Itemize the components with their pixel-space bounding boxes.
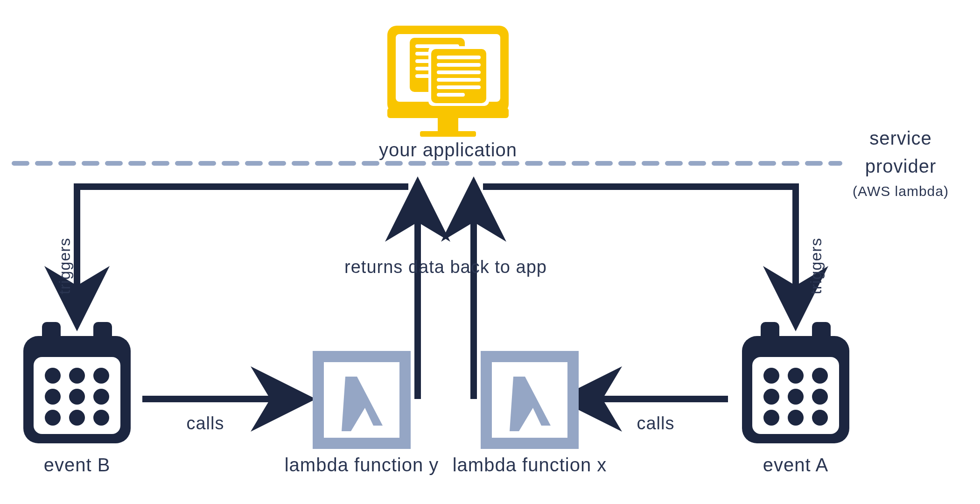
lambda-x-icon [481, 351, 579, 449]
svg-rect-15 [437, 70, 481, 74]
trigger-b-label: triggers [56, 238, 73, 294]
svg-point-39 [763, 389, 779, 405]
lambda-y-icon [313, 351, 411, 449]
svg-rect-13 [437, 56, 481, 59]
svg-point-27 [69, 389, 85, 405]
trigger-a-arrow [483, 187, 796, 312]
svg-point-40 [788, 389, 804, 405]
application-icon [387, 26, 509, 137]
svg-rect-16 [437, 78, 481, 82]
calls-y-label: calls [186, 413, 224, 433]
svg-point-29 [45, 410, 61, 426]
svg-rect-17 [437, 85, 481, 89]
svg-rect-14 [437, 63, 481, 67]
event-a-icon [742, 322, 849, 443]
svg-point-31 [93, 410, 109, 426]
svg-point-36 [763, 368, 779, 384]
event-a-label: event A [763, 455, 828, 475]
service-label-sub: (AWS lambda) [853, 183, 949, 199]
svg-point-42 [763, 410, 779, 426]
svg-point-41 [812, 389, 828, 405]
svg-rect-4 [420, 131, 476, 137]
event-b-label: event B [44, 455, 111, 475]
lambda-x-label: lambda function x [453, 455, 607, 475]
svg-point-25 [93, 368, 109, 384]
lambda-y-label: lambda function y [285, 455, 439, 475]
return-label: returns data back to app [344, 257, 547, 277]
svg-point-37 [788, 368, 804, 384]
trigger-a-label: triggers [807, 238, 825, 294]
service-label-top: service [869, 128, 932, 148]
svg-point-23 [45, 368, 61, 384]
calls-x-label: calls [637, 413, 674, 433]
svg-point-38 [812, 368, 828, 384]
svg-point-30 [69, 410, 85, 426]
svg-point-26 [45, 389, 61, 405]
svg-point-44 [812, 410, 828, 426]
application-label: your application [379, 140, 517, 160]
svg-point-43 [788, 410, 804, 426]
svg-rect-18 [437, 93, 465, 97]
event-b-icon [23, 322, 131, 443]
diagram-canvas: service provider (AWS lambda) [0, 0, 980, 504]
svg-point-28 [93, 389, 109, 405]
trigger-b-arrow [77, 187, 408, 312]
svg-rect-3 [438, 118, 458, 131]
svg-rect-2 [387, 108, 509, 118]
service-label-bottom: provider [865, 156, 937, 176]
svg-point-24 [69, 368, 85, 384]
